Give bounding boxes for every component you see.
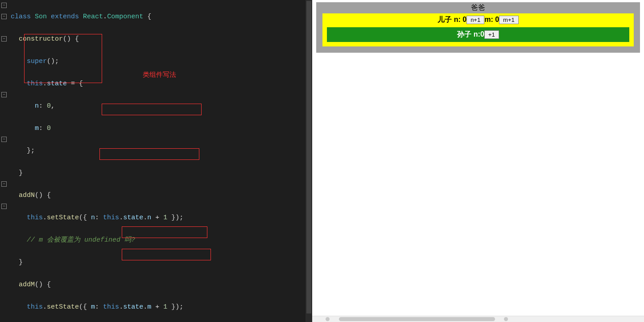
fold-icon[interactable]: − <box>1 204 7 209</box>
fold-icon[interactable]: − <box>1 3 7 8</box>
son-component: 儿子 n: 0n+1m: 0m+1 孙子 n:0+1 <box>322 13 634 46</box>
scrollbar-thumb[interactable] <box>339 317 495 321</box>
fold-icon[interactable]: − <box>1 14 7 19</box>
btn-grandson-plus[interactable]: +1 <box>484 30 499 39</box>
son-n-value: 0 <box>462 16 466 23</box>
grandson-component: 孙子 n:0+1 <box>327 27 629 42</box>
btn-n-plus[interactable]: n+1 <box>466 16 484 24</box>
editor-gutter: − − − − − − − <box>0 0 10 322</box>
fold-icon[interactable]: − <box>1 92 7 97</box>
son-line: 儿子 n: 0n+1m: 0m+1 <box>327 15 629 26</box>
preview-scrollbar[interactable] <box>312 316 644 322</box>
fold-icon[interactable]: − <box>1 137 7 142</box>
editor-scrollbar[interactable] <box>305 0 312 322</box>
btn-m-plus[interactable]: m+1 <box>499 16 519 24</box>
scrollbar-dot <box>326 317 330 321</box>
grandson-value: 0 <box>480 30 484 38</box>
son-n-label: 儿子 n: <box>438 16 462 23</box>
fold-icon[interactable]: − <box>1 181 7 187</box>
code-content[interactable]: class Son extends React.Component { cons… <box>11 0 235 322</box>
grandson-label: 孙子 n: <box>457 30 480 38</box>
scrollbar-thumb[interactable] <box>306 1 311 314</box>
dad-component: 爸爸 儿子 n: 0n+1m: 0m+1 孙子 n:0+1 <box>316 2 640 53</box>
scrollbar-dot <box>504 317 508 321</box>
annotation-label: 类组件写法 <box>143 71 176 79</box>
preview-panel: 爸爸 儿子 n: 0n+1m: 0m+1 孙子 n:0+1 <box>312 0 644 322</box>
son-m-label: m: <box>484 16 495 23</box>
fold-icon[interactable]: − <box>1 36 7 42</box>
son-m-value: 0 <box>495 16 499 23</box>
code-editor-panel: − − − − − − − class Son extends React.Co… <box>0 0 312 322</box>
dad-label: 爸爸 <box>316 2 640 13</box>
